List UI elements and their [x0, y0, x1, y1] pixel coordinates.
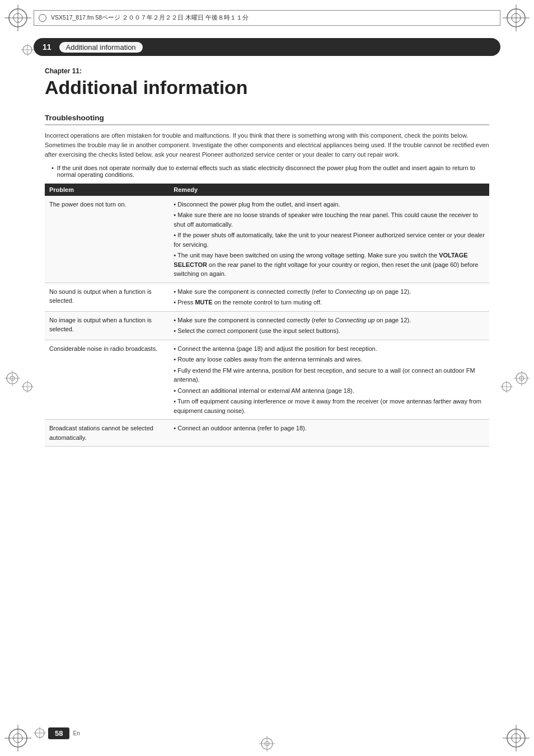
problem-cell: Considerable noise in radio broadcasts. [45, 340, 169, 420]
remedy-cell: • Connect the antenna (page 18) and adju… [169, 340, 489, 420]
col-header-remedy: Remedy [169, 184, 489, 196]
table-row: The power does not turn on.• Disconnect … [45, 196, 489, 283]
page-lang: En [73, 730, 79, 736]
page-number: 58 [48, 727, 69, 739]
page-footer: 58 En [34, 727, 80, 739]
chapter-number: 11 [43, 43, 51, 51]
problem-cell: No sound is output when a function is se… [45, 283, 169, 311]
file-info-text: VSX517_817.fm 58ページ ２００７年２月２２日 木曜日 午後８時１… [51, 14, 249, 22]
bullet-dot: • [51, 165, 54, 178]
chapter-title-bar-text: Additional information [59, 42, 143, 53]
table-row: No sound is output when a function is se… [45, 283, 489, 311]
troubleshooting-table: Problem Remedy The power does not turn o… [45, 184, 489, 447]
chapter-label: Chapter 11: [45, 67, 489, 75]
remedy-cell: • Make sure the component is connected c… [169, 283, 489, 311]
remedy-cell: • Connect an outdoor antenna (refer to p… [169, 420, 489, 447]
table-row: Broadcast stations cannot be selected au… [45, 420, 489, 447]
remedy-cell: • Disconnect the power plug from the out… [169, 196, 489, 283]
bullet-text: If the unit does not operate normally du… [57, 165, 489, 178]
col-header-problem: Problem [45, 184, 169, 196]
chapter-bar: 11 Additional information [34, 38, 500, 56]
problem-cell: No image is output when a function is se… [45, 311, 169, 340]
circle-decoration [39, 14, 46, 22]
problem-cell: The power does not turn on. [45, 196, 169, 283]
intro-text: Incorrect operations are often mistaken … [45, 131, 489, 159]
remedy-cell: • Make sure the component is connected c… [169, 311, 489, 340]
table-row: No image is output when a function is se… [45, 311, 489, 340]
troubleshooting-heading: Troubleshooting [45, 114, 489, 125]
bullet-item: • If the unit does not operate normally … [45, 165, 489, 178]
chapter-heading: Additional information [45, 77, 489, 98]
file-info-bar: VSX517_817.fm 58ページ ２００７年２月２２日 木曜日 午後８時１… [34, 10, 500, 26]
main-content: Chapter 11: Additional information Troub… [45, 67, 489, 711]
problem-cell: Broadcast stations cannot be selected au… [45, 420, 169, 447]
table-row: Considerable noise in radio broadcasts.•… [45, 340, 489, 420]
